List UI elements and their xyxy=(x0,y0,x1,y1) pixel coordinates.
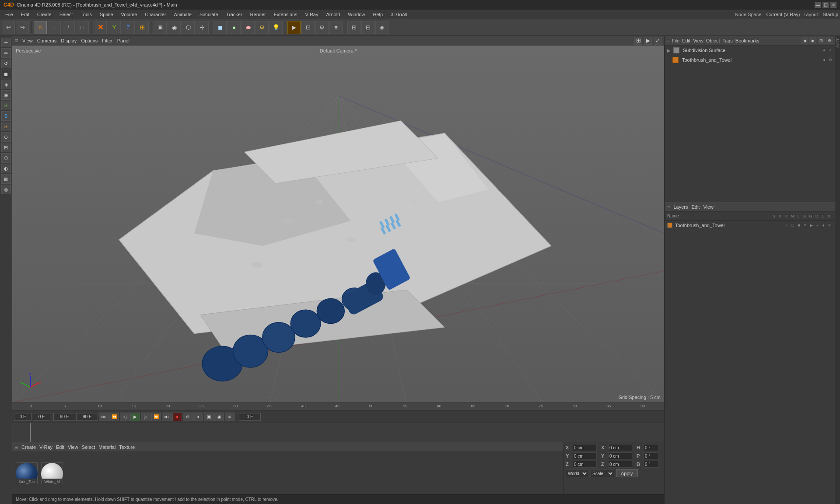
sidebar-btn-1[interactable]: ✛ xyxy=(1,38,11,47)
layer-icon-fill[interactable]: ■ xyxy=(796,223,802,228)
menu-tools[interactable]: Tools xyxy=(77,11,95,18)
menu-extensions[interactable]: Extensions xyxy=(270,11,301,18)
material-menu-select[interactable]: Select xyxy=(82,444,95,450)
frame-end-input[interactable] xyxy=(76,413,98,421)
layer-icon-tri[interactable]: ▶ xyxy=(808,223,814,228)
maximize-button[interactable]: ☐ xyxy=(822,2,829,8)
transport-next-key[interactable]: ⏩ xyxy=(151,413,161,421)
viewport-render-btn[interactable]: ▶ xyxy=(644,37,652,45)
material-white-m[interactable]: White_M xyxy=(41,462,63,484)
tool-move[interactable]: ✛ xyxy=(196,21,209,34)
layer-menu-view[interactable]: View xyxy=(703,204,714,210)
minimize-button[interactable]: — xyxy=(815,2,821,8)
frame-current-input[interactable] xyxy=(33,413,50,421)
tool-deform[interactable]: ⚙ xyxy=(256,21,269,34)
tool-cross[interactable]: ✕ xyxy=(94,21,107,34)
layer-icon-circle[interactable]: ○ xyxy=(784,223,789,228)
tool-light[interactable]: 💡 xyxy=(270,21,283,34)
y-pos-input[interactable] xyxy=(573,452,597,459)
node-space-value[interactable]: Current (V-Ray) xyxy=(766,12,800,17)
viewport[interactable]: Perspective Default Camera:* Grid Spacin… xyxy=(12,46,664,402)
obj-icon-dot[interactable]: ● xyxy=(822,58,827,62)
obj-toolbar-btn3[interactable]: ⊞ xyxy=(818,37,825,44)
menu-edit[interactable]: Edit xyxy=(18,11,33,18)
material-kids-toc[interactable]: Kids_Toc xyxy=(16,462,38,484)
transport-prev-key[interactable]: ⏪ xyxy=(109,413,119,421)
obj-menu-view[interactable]: View xyxy=(693,38,704,43)
tool-select-circle[interactable]: ◉ xyxy=(168,21,181,34)
redo-button[interactable]: ↪ xyxy=(16,21,29,34)
undo-button[interactable]: ↩ xyxy=(2,21,15,34)
b-input[interactable] xyxy=(644,461,659,468)
transport-prev-frame[interactable]: ◁ xyxy=(120,413,130,421)
p-input[interactable] xyxy=(644,452,659,459)
render-queue[interactable]: ≡ xyxy=(329,21,343,34)
sidebar-btn-2[interactable]: ⇔ xyxy=(1,48,11,58)
frame-start-input[interactable] xyxy=(14,413,32,421)
menu-character[interactable]: Character xyxy=(141,11,169,18)
sidebar-btn-10[interactable]: ⊙ xyxy=(1,132,11,142)
transport-go-start[interactable]: ⏮ xyxy=(99,413,108,421)
material-menu-create[interactable]: Create xyxy=(21,444,36,450)
viewport-menu-options[interactable]: Options xyxy=(81,38,98,43)
menu-volume[interactable]: Volume xyxy=(118,11,141,18)
timeline-playhead[interactable] xyxy=(30,423,31,442)
sidebar-btn-15[interactable]: ◎ xyxy=(1,185,11,194)
h-input[interactable] xyxy=(644,444,659,451)
snap-enable[interactable]: ⊞ xyxy=(347,21,360,34)
current-frame-display[interactable] xyxy=(239,413,261,421)
obj-toolbar-btn1[interactable]: ◀ xyxy=(801,37,808,44)
obj-icon-eye[interactable]: ● xyxy=(822,48,827,52)
saff-label[interactable]: SAFF xyxy=(836,38,840,48)
sidebar-btn-5[interactable]: ◈ xyxy=(1,80,11,89)
mode-points[interactable]: · xyxy=(48,21,61,34)
menu-simulate[interactable]: Simulate xyxy=(196,11,222,18)
sidebar-btn-12[interactable]: ⬡ xyxy=(1,153,11,163)
y-scale-input[interactable] xyxy=(608,452,632,459)
tool-z-axis[interactable]: Z xyxy=(122,21,135,34)
material-menu-view[interactable]: View xyxy=(68,444,78,450)
viewport-menu-toggle[interactable]: ≡ xyxy=(15,38,18,44)
layer-row-toothbrush[interactable]: Toothbrush_and_Towel ○ □ ■ ≡ ▶ ✛ ♦ ✕ xyxy=(665,220,835,230)
obj-menu-tags[interactable]: Tags xyxy=(723,38,733,43)
viewport-expand-btn[interactable]: ⊞ xyxy=(634,37,642,45)
sidebar-btn-8[interactable]: S xyxy=(1,111,11,121)
layer-menu-layers[interactable]: Layers xyxy=(673,204,688,210)
menu-help[interactable]: Help xyxy=(369,11,386,18)
obj-menu-edit[interactable]: Edit xyxy=(682,38,690,43)
obj-row-subdivision[interactable]: ▶ Subdivision Surface ● ✓ xyxy=(665,46,835,55)
menu-animate[interactable]: Animate xyxy=(171,11,195,18)
snap-grid[interactable]: ⊟ xyxy=(361,21,374,34)
transform-type-select[interactable]: Scale Move Rotate xyxy=(590,469,614,477)
menu-create[interactable]: Create xyxy=(34,11,55,18)
layout-value[interactable]: Startup xyxy=(823,12,838,17)
close-button[interactable]: ✕ xyxy=(830,2,836,8)
menu-window[interactable]: Window xyxy=(344,11,368,18)
sidebar-btn-6[interactable]: ◉ xyxy=(1,90,11,100)
transport-next-frame[interactable]: ▷ xyxy=(141,413,150,421)
layer-icon-box[interactable]: □ xyxy=(790,223,795,228)
mode-poly[interactable]: □ xyxy=(76,21,89,34)
camera-nav[interactable]: ◈ xyxy=(375,21,388,34)
menu-file[interactable]: File xyxy=(2,11,17,18)
layer-icon-lines[interactable]: ≡ xyxy=(802,223,808,228)
material-menu-texture[interactable]: Texture xyxy=(119,444,135,450)
obj-icon-tag[interactable]: ⚙ xyxy=(828,58,833,62)
tool-y-axis[interactable]: Y xyxy=(108,21,121,34)
transport-record[interactable]: ● xyxy=(172,413,182,421)
tool-model-cyl[interactable]: ⬬ xyxy=(242,21,255,34)
render-settings[interactable]: ⚙ xyxy=(315,21,329,34)
tool-transform[interactable]: ⊞ xyxy=(136,21,149,34)
obj-row-toothbrush[interactable]: Toothbrush_and_Towel ● ⚙ xyxy=(665,55,835,65)
x-scale-input[interactable] xyxy=(608,444,632,451)
material-menu-edit[interactable]: Edit xyxy=(56,444,64,450)
layer-icon-x[interactable]: ✕ xyxy=(827,223,832,228)
sidebar-btn-3[interactable]: ↺ xyxy=(1,59,11,68)
menu-tracker[interactable]: Tracker xyxy=(223,11,246,18)
sidebar-btn-9[interactable]: S xyxy=(1,122,11,131)
viewport-menu-cameras[interactable]: Cameras xyxy=(37,38,57,43)
mode-object[interactable]: ○ xyxy=(34,21,47,34)
transport-go-end[interactable]: ⏭ xyxy=(162,413,172,421)
obj-toolbar-btn4[interactable]: ⚙ xyxy=(826,37,833,44)
tool-select-poly[interactable]: ⬡ xyxy=(182,21,195,34)
